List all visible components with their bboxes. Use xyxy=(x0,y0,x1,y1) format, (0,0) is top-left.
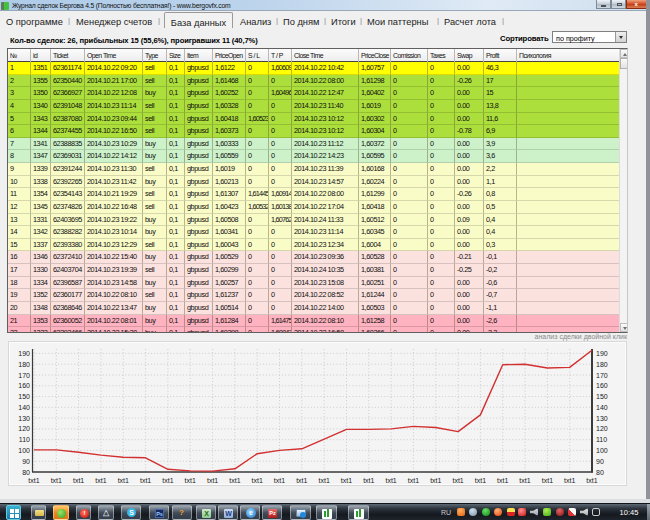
svg-text:txt1: txt1 xyxy=(497,477,508,484)
svg-text:txt1: txt1 xyxy=(408,477,419,484)
svg-text:txt1: txt1 xyxy=(319,477,330,484)
svg-text:150: 150 xyxy=(18,393,30,400)
svg-text:90: 90 xyxy=(22,458,30,465)
svg-text:txt1: txt1 xyxy=(162,477,173,484)
svg-text:txt1: txt1 xyxy=(564,477,575,484)
svg-text:txt1: txt1 xyxy=(118,477,129,484)
svg-text:110: 110 xyxy=(596,436,607,443)
svg-text:txt1: txt1 xyxy=(519,477,530,484)
svg-text:90: 90 xyxy=(596,458,604,465)
svg-text:180: 180 xyxy=(596,361,608,368)
svg-text:txt1: txt1 xyxy=(140,477,151,484)
svg-text:120: 120 xyxy=(596,425,608,432)
svg-text:100: 100 xyxy=(596,447,608,454)
svg-text:80: 80 xyxy=(22,469,30,476)
svg-text:txt1: txt1 xyxy=(430,477,441,484)
svg-text:txt1: txt1 xyxy=(73,477,84,484)
svg-text:160: 160 xyxy=(18,382,30,389)
svg-text:txt1: txt1 xyxy=(385,477,396,484)
svg-text:190: 190 xyxy=(596,350,608,357)
svg-text:txt1: txt1 xyxy=(95,477,106,484)
svg-text:txt1: txt1 xyxy=(296,477,307,484)
svg-text:txt1: txt1 xyxy=(252,477,263,484)
svg-text:txt1: txt1 xyxy=(542,477,553,484)
svg-text:txt1: txt1 xyxy=(363,477,374,484)
svg-text:130: 130 xyxy=(596,415,608,422)
svg-text:130: 130 xyxy=(18,415,30,422)
svg-text:170: 170 xyxy=(18,372,30,379)
svg-text:170: 170 xyxy=(596,372,608,379)
svg-text:txt1: txt1 xyxy=(229,477,240,484)
svg-text:150: 150 xyxy=(596,393,608,400)
svg-text:txt1: txt1 xyxy=(185,477,196,484)
svg-text:100: 100 xyxy=(18,447,30,454)
svg-text:120: 120 xyxy=(18,425,30,432)
svg-text:txt1: txt1 xyxy=(475,477,486,484)
svg-text:110: 110 xyxy=(19,436,30,443)
svg-text:190: 190 xyxy=(18,350,30,357)
svg-text:txt1: txt1 xyxy=(586,477,597,484)
svg-text:txt1: txt1 xyxy=(274,477,285,484)
svg-text:140: 140 xyxy=(596,404,608,411)
svg-text:140: 140 xyxy=(18,404,30,411)
svg-text:txt1: txt1 xyxy=(28,477,39,484)
svg-text:txt1: txt1 xyxy=(51,477,62,484)
svg-text:160: 160 xyxy=(596,382,608,389)
svg-text:180: 180 xyxy=(18,361,30,368)
svg-text:txt1: txt1 xyxy=(207,477,218,484)
svg-text:txt1: txt1 xyxy=(341,477,352,484)
svg-text:80: 80 xyxy=(596,469,604,476)
svg-text:txt1: txt1 xyxy=(452,477,463,484)
